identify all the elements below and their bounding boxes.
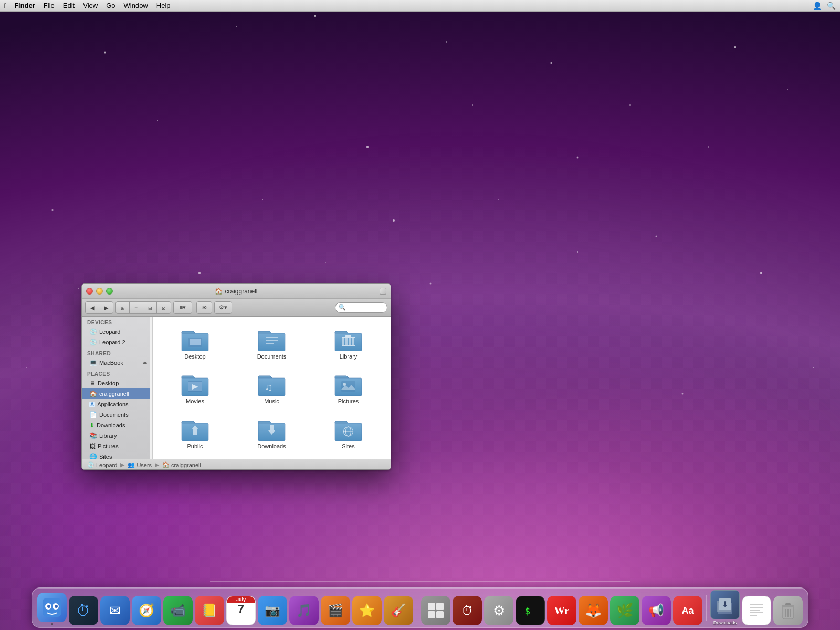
sidebar-item-pictures[interactable]: 🖼 Pictures [82,441,150,452]
eye-button[interactable]: 👁 [196,301,212,314]
sidebar-item-downloads[interactable]: ⬇ Downloads [82,420,150,430]
sidebar-icon-macbook: 💻 [89,359,97,366]
forward-button[interactable]: ▶ [99,302,113,314]
dock-item-ical[interactable]: July 7 [226,596,256,625]
menubar:  Finder File Edit View Go Window Help 👤… [0,0,840,12]
svg-rect-47 [341,381,355,392]
breadcrumb-home[interactable]: 🏠 craiggranell [162,461,201,468]
icon-view-button[interactable]: ⊞ [116,302,130,314]
svg-rect-33 [266,337,278,338]
menubar-file[interactable]: File [39,0,59,12]
dock-item-dashboard[interactable]: ⏱ [69,596,98,625]
maximize-button[interactable] [106,288,113,295]
sidebar-item-library[interactable]: 📚 Library [82,430,150,441]
sidebar-item-macbook[interactable]: 💻 MacBook ⏏ [82,358,150,368]
dock-item-facetime[interactable]: 📹 [163,596,193,625]
dock-item-timemachine[interactable]: ⏱ [453,596,482,625]
close-button[interactable] [86,288,93,295]
file-item-public[interactable]: Public [158,412,232,454]
sidebar-header-devices: DEVICES [82,317,150,327]
file-label-sites: Sites [342,443,354,449]
dock-item-dictionary[interactable]: Aa [673,596,702,625]
sidebar-label-macbook: MacBook [99,360,123,366]
dock-icon-sysprefs: ⚙ [484,596,513,625]
dock-item-mosaic[interactable] [421,596,450,625]
dock-item-addressbook[interactable]: 📒 [195,596,224,625]
dock-item-textedit[interactable] [742,596,771,625]
svg-text:⬇: ⬇ [722,600,728,608]
dock-item-mail[interactable]: ✉ [100,596,130,625]
file-item-library[interactable]: Library [311,322,385,364]
menubar-finder[interactable]: Finder [10,0,39,12]
menubar-user-icon[interactable]: 👤 [813,2,822,10]
dock-item-safari[interactable]: 🧭 [132,596,161,625]
breadcrumb-users[interactable]: 👥 Users [128,461,152,468]
dock-label-downloads: Downloads [713,620,737,625]
dock-item-itunes[interactable]: 🎵 [289,596,319,625]
sidebar-item-sites[interactable]: 🌐 Sites [82,452,150,459]
sidebar-item-leopard[interactable]: 💿 Leopard [82,327,150,337]
dock-item-firefox[interactable]: 🦊 [579,596,608,625]
dock-item-reeder[interactable]: ⭐ [352,596,382,625]
file-item-music[interactable]: ♫ Music [235,366,309,408]
menubar-help[interactable]: Help [152,0,175,12]
dock-item-growl[interactable]: 🌿 [610,596,639,625]
dock-item-downloads-stack[interactable]: ⬇ Downloads [710,590,740,625]
file-item-movies[interactable]: Movies [158,366,232,408]
back-button[interactable]: ◀ [86,302,99,314]
dock-icon-dictionary: Aa [673,596,702,625]
menubar-go[interactable]: Go [102,0,119,12]
dock-item-trash[interactable] [773,596,803,625]
svg-rect-59 [428,603,435,610]
dock-item-writer[interactable]: Wr [547,596,576,625]
coverflow-view-button[interactable]: ⊠ [157,302,171,314]
folder-icon-pictures [334,371,363,396]
dock-item-garageband[interactable]: 🎸 [384,596,413,625]
file-label-downloads: Downloads [257,443,286,449]
file-item-pictures[interactable]: Pictures [311,366,385,408]
arrange-button[interactable]: ≡▾ [173,301,192,314]
sidebar-item-applications[interactable]: A Applications [82,399,150,410]
dock-item-notifyme[interactable]: 📢 [642,596,671,625]
sidebar-eject-macbook[interactable]: ⏏ [143,360,148,365]
svg-rect-69 [750,607,763,608]
action-button[interactable]: ⚙▾ [214,301,232,314]
svg-point-16 [52,209,54,211]
trash-svg [778,600,799,621]
svg-point-9 [734,46,736,48]
svg-point-27 [26,367,27,368]
apple-menu[interactable]:  [4,2,7,10]
file-item-desktop[interactable]: Desktop [158,322,232,364]
file-item-downloads[interactable]: Downloads [235,412,309,454]
breadcrumb-leopard[interactable]: 💿 Leopard [87,461,117,468]
list-view-button[interactable]: ≡ [130,302,143,314]
sidebar-label-pictures: Pictures [98,443,119,449]
dock-item-iphoto[interactable]: 📷 [258,596,287,625]
dock-item-imovie[interactable]: 🎬 [321,596,350,625]
sidebar-item-craiggranell[interactable]: 🏠 craiggranell [82,388,150,399]
svg-point-13 [472,104,473,106]
sidebar-item-documents[interactable]: 📄 Documents [82,410,150,420]
sidebar-item-desktop[interactable]: 🖥 Desktop [82,378,150,388]
sidebar-item-leopard2[interactable]: 💿 Leopard 2 [82,337,150,348]
menubar-view[interactable]: View [79,0,102,12]
dock-item-terminal[interactable]: $_ [516,596,545,625]
zoom-button[interactable] [380,288,386,295]
sidebar-icon-sites: 🌐 [89,453,97,459]
dock-dot-finder [51,623,53,625]
minimize-button[interactable] [96,288,103,295]
svg-point-12 [366,146,369,148]
column-view-button[interactable]: ⊟ [143,302,157,314]
svg-point-30 [682,393,684,395]
sidebar-label-desktop: Desktop [98,380,119,386]
file-item-documents[interactable]: Documents [235,322,309,364]
file-item-sites[interactable]: Sites [311,412,385,454]
svg-point-57 [47,605,50,608]
dock-item-sysprefs[interactable]: ⚙ [484,596,513,625]
menubar-window[interactable]: Window [120,0,152,12]
menubar-edit[interactable]: Edit [59,0,79,12]
folder-icon-documents [257,326,286,351]
menubar-search-icon[interactable]: 🔍 [827,2,836,10]
dock-item-finder[interactable] [37,593,67,625]
search-input[interactable] [348,304,384,311]
